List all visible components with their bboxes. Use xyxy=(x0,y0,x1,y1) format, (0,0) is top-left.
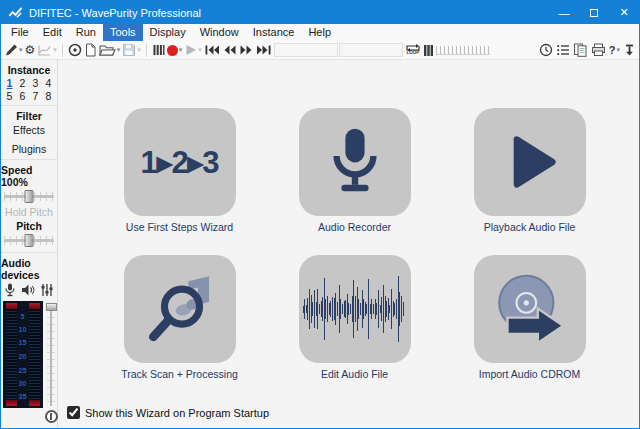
chevron-down-icon[interactable]: ▾ xyxy=(179,46,183,54)
open-folder-icon xyxy=(99,43,116,57)
play-icon xyxy=(495,127,565,197)
instance-1[interactable]: 1 xyxy=(4,77,16,89)
record-icon xyxy=(167,45,178,56)
sidebar-divider xyxy=(1,159,57,160)
magnifier-note-icon xyxy=(142,270,218,348)
help-button[interactable]: ? ▾ xyxy=(609,44,620,56)
skip-to-start-button[interactable] xyxy=(204,43,220,57)
volume-handle-icon[interactable] xyxy=(423,44,434,57)
rewind-button[interactable] xyxy=(222,43,237,57)
instance-4[interactable]: 4 xyxy=(43,77,55,89)
tile-cell: Edit Audio File xyxy=(267,255,442,380)
sidebar-divider xyxy=(1,252,57,253)
slider-rail xyxy=(50,303,52,406)
instance-3[interactable]: 3 xyxy=(30,77,42,89)
equalizer-icon[interactable] xyxy=(41,283,53,297)
cd-icon xyxy=(68,43,82,57)
instance-2[interactable]: 2 xyxy=(17,77,29,89)
settings-button[interactable]: ⚙ xyxy=(25,44,36,56)
meter-power-button[interactable] xyxy=(45,410,58,423)
app-logo-icon xyxy=(8,5,23,20)
print-button[interactable] xyxy=(591,43,606,57)
chevron-down-icon[interactable]: ▾ xyxy=(117,46,121,54)
cd-import-icon xyxy=(491,270,569,348)
curve-icon xyxy=(37,43,52,57)
speed-slider-handle[interactable] xyxy=(25,190,34,203)
tile-use-first-steps-wizard[interactable]: 1▸2▸3 xyxy=(124,108,236,216)
menu-item-help[interactable]: Help xyxy=(301,24,338,41)
instance-section-title: Instance xyxy=(8,64,51,76)
chevron-down-icon[interactable]: ▾ xyxy=(19,46,23,54)
tile-audio-recorder[interactable] xyxy=(299,108,411,216)
tile-import-audio-cdrom[interactable] xyxy=(474,255,586,363)
volume-rail[interactable] xyxy=(436,46,490,55)
menu-item-tools[interactable]: Tools xyxy=(103,24,143,41)
fast-forward-button[interactable] xyxy=(239,43,254,57)
tile-playback-audio-file[interactable] xyxy=(474,108,586,216)
titlebar[interactable]: DIFITEC - WavePurity Professional — ✕ xyxy=(1,1,639,24)
one-two-three-icon: 1▸2▸3 xyxy=(141,144,219,181)
menu-item-file[interactable]: File xyxy=(4,24,36,41)
vertical-bars-icon xyxy=(152,43,165,57)
chevron-down-icon: ▾ xyxy=(198,46,202,54)
chevron-down-icon[interactable]: ▾ xyxy=(616,46,620,54)
skip-to-end-button[interactable] xyxy=(256,43,272,57)
tile-edit-audio-file[interactable] xyxy=(299,255,411,363)
record-level-handle[interactable] xyxy=(46,303,57,311)
maximize-button[interactable] xyxy=(579,1,609,24)
chevron-down-icon: ▾ xyxy=(137,46,141,54)
volume-slider[interactable] xyxy=(423,44,490,57)
menu-item-display[interactable]: Display xyxy=(143,24,193,41)
instance-7[interactable]: 7 xyxy=(30,90,42,102)
menu-item-run[interactable]: Run xyxy=(69,24,103,41)
menu-item-window[interactable]: Window xyxy=(193,24,246,41)
plugins-link[interactable]: Plugins xyxy=(12,143,46,155)
skip-end-icon xyxy=(256,43,272,57)
open-file-button[interactable]: ▾ xyxy=(99,43,121,57)
timer-button[interactable] xyxy=(539,43,553,57)
wizard-tiles: 1▸2▸3 Use First Steps Wizard Audio Recor… xyxy=(58,60,639,380)
menu-item-instance[interactable]: Instance xyxy=(246,24,302,41)
waveform-bar xyxy=(403,302,404,316)
pitch-slider[interactable] xyxy=(4,234,54,247)
waveform-icon xyxy=(303,269,407,349)
dock-button[interactable] xyxy=(623,43,636,57)
protocol-button[interactable] xyxy=(573,43,588,57)
tile-label: Playback Audio File xyxy=(484,221,576,233)
minimize-button[interactable]: — xyxy=(549,1,579,24)
new-document-icon xyxy=(84,43,97,57)
cd-device-button[interactable] xyxy=(68,43,82,57)
record-level-slider[interactable] xyxy=(46,301,57,408)
speed-label: Speed 100% xyxy=(1,164,57,188)
pencil-icon xyxy=(4,43,18,57)
pause-bars-button[interactable] xyxy=(152,43,165,57)
speaker-icon[interactable] xyxy=(21,283,35,297)
edit-pencil-button[interactable]: ▾ xyxy=(4,43,23,57)
effects-link[interactable]: Effects xyxy=(13,124,45,136)
tile-track-scan-processing[interactable] xyxy=(124,255,236,363)
level-meter-section: 5 10 15 20 25 30 35 xyxy=(1,301,58,428)
instance-8[interactable]: 8 xyxy=(43,90,55,102)
tile-label: Use First Steps Wizard xyxy=(126,221,233,233)
loop-button[interactable]: LOOP xyxy=(405,44,421,56)
microphone-small-icon[interactable] xyxy=(5,283,15,297)
startup-checkbox[interactable] xyxy=(67,406,80,419)
instance-6[interactable]: 6 xyxy=(17,90,29,102)
meter-clip-band xyxy=(29,400,40,406)
new-file-button[interactable] xyxy=(84,43,97,57)
toolbar-separator xyxy=(146,44,147,57)
close-button[interactable]: ✕ xyxy=(609,1,639,24)
numbered-list-icon xyxy=(556,43,570,57)
meter-clip-band xyxy=(29,303,40,309)
record-button[interactable]: ▾ xyxy=(167,45,183,56)
save-file-button: ▾ xyxy=(122,43,141,57)
speed-slider[interactable] xyxy=(4,190,54,203)
tile-label: Audio Recorder xyxy=(318,221,391,233)
instance-5[interactable]: 5 xyxy=(4,90,16,102)
skip-start-icon xyxy=(204,43,220,57)
play-button: ▾ xyxy=(184,43,202,57)
track-list-button[interactable] xyxy=(556,43,570,57)
sidebar: Instance 1 2 3 4 5 6 7 8 Filter Effects … xyxy=(1,60,58,428)
menu-item-edit[interactable]: Edit xyxy=(36,24,69,41)
pitch-slider-handle[interactable] xyxy=(25,234,34,247)
